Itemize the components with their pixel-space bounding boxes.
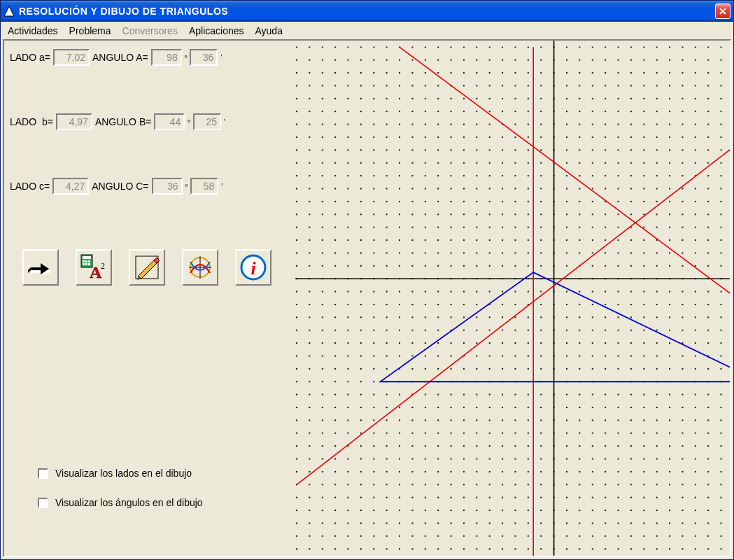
arrow-icon — [28, 255, 53, 280]
info-button[interactable]: i — [235, 249, 271, 286]
titlebar: RESOLUCIÓN Y DIBUJO DE TRIANGULOS — [1, 1, 733, 22]
svg-rect-7 — [83, 260, 85, 262]
close-icon — [719, 7, 727, 15]
svg-rect-8 — [85, 260, 87, 262]
window-title: RESOLUCIÓN Y DIBUJO DE TRIANGULOS — [19, 6, 715, 17]
lado-a-input[interactable]: 7,02 — [53, 49, 90, 66]
angulo-a-min-input[interactable]: 36 — [190, 49, 218, 66]
info-icon: i — [239, 253, 267, 281]
svg-rect-10 — [83, 263, 85, 265]
svg-marker-16 — [139, 260, 157, 279]
svg-rect-9 — [88, 260, 90, 262]
triangle-icon — [3, 6, 15, 17]
input-panel: LADO a= 7,02 ANGULO A= 98 º 36 ' LADO b=… — [4, 41, 295, 556]
drawing-canvas[interactable] — [295, 41, 730, 556]
show-angles-checkbox[interactable] — [38, 498, 48, 508]
angulo-b-label: ANGULO B= — [95, 116, 152, 127]
svg-text:i: i — [250, 258, 256, 279]
show-angles-label: Visualizar los ángulos en el dibujo — [55, 497, 203, 508]
deg-b-mark: º — [188, 118, 190, 126]
show-sides-option: Visualizar los lados en el dibujo — [38, 468, 290, 479]
row-c: LADO c= 4,27 ANGULO C= 36 º 58 ' — [10, 178, 290, 195]
lado-b-label: LADO b= — [10, 116, 53, 127]
svg-rect-6 — [83, 256, 91, 259]
menu-bar: Actividades Problema Conversores Aplicac… — [1, 22, 733, 39]
show-angles-option: Visualizar los ángulos en el dibujo — [38, 497, 290, 508]
show-sides-checkbox[interactable] — [38, 468, 48, 479]
row-b: LADO b= 4,97 ANGULO B= 44 º 25 ' — [10, 113, 290, 130]
lado-b-input[interactable]: 4,97 — [56, 113, 92, 130]
min-c-mark: ' — [221, 183, 223, 190]
angulo-c-label: ANGULO C= — [92, 181, 148, 192]
menu-conversores: Conversores — [122, 25, 178, 36]
deg-a-mark: º — [185, 54, 188, 62]
display-options: Visualizar los lados en el dibujo Visual… — [10, 468, 290, 526]
angulo-b-min-input[interactable]: 25 — [193, 113, 221, 130]
pencil-icon — [133, 253, 161, 281]
svg-rect-26 — [296, 46, 730, 556]
toolbar: A 2 — [22, 249, 290, 286]
menu-ayuda[interactable]: Ayuda — [255, 25, 283, 36]
angulo-c-min-input[interactable]: 58 — [190, 178, 218, 195]
min-b-mark: ' — [224, 118, 225, 126]
svg-text:2: 2 — [101, 261, 105, 271]
close-button[interactable] — [715, 4, 731, 19]
min-a-mark: ' — [220, 54, 222, 62]
lado-c-input[interactable]: 4,27 — [52, 178, 89, 195]
lado-c-label: LADO c= — [10, 181, 50, 192]
menu-aplicaciones[interactable]: Aplicaciones — [189, 25, 244, 36]
menu-actividades[interactable]: Actividades — [8, 25, 58, 36]
menu-problema[interactable]: Problema — [69, 25, 111, 36]
draw-tool-button[interactable] — [129, 249, 165, 286]
triangle-plot — [295, 41, 730, 556]
angulo-b-deg-input[interactable]: 44 — [154, 113, 185, 130]
next-arrow-button[interactable] — [22, 249, 59, 286]
lado-a-label: LADO a= — [10, 52, 50, 63]
angulo-a-deg-input[interactable]: 98 — [151, 49, 182, 66]
row-a: LADO a= 7,02 ANGULO A= 98 º 36 ' — [10, 49, 290, 66]
graph-icon — [186, 253, 214, 281]
calculator-icon: A 2 — [80, 253, 108, 281]
svg-rect-11 — [85, 263, 87, 265]
svg-marker-0 — [4, 6, 14, 16]
deg-c-mark: º — [185, 183, 188, 190]
angulo-c-deg-input[interactable]: 36 — [152, 178, 183, 195]
area-calculator-button[interactable]: A 2 — [76, 249, 112, 286]
show-sides-label: Visualizar los lados en el dibujo — [55, 468, 192, 479]
angulo-a-label: ANGULO A= — [92, 52, 148, 63]
chart-tool-button[interactable] — [182, 249, 218, 286]
